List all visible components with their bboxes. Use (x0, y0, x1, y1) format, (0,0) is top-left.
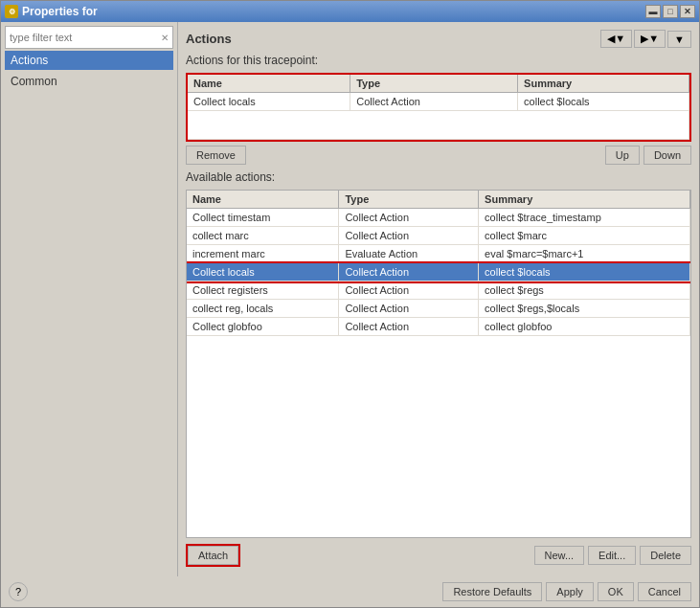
avail-row-3-summary: collect $locals (479, 263, 690, 281)
table-row[interactable]: Collect globfooCollect Actioncollect glo… (187, 318, 690, 336)
help-button[interactable]: ? (9, 582, 28, 601)
restore-defaults-button[interactable]: Restore Defaults (442, 582, 542, 601)
avail-row-5-type: Collect Action (339, 300, 479, 318)
top-table-header-row: Name Type Summary (188, 75, 689, 93)
table-row[interactable]: collect marcCollect Actioncollect $marc (187, 227, 690, 245)
nav-buttons: ◀▼ ▶▼ ▼ (600, 30, 691, 48)
table-row-empty (188, 111, 689, 140)
top-row-0-type: Collect Action (350, 93, 518, 111)
window-title: Properties for (22, 5, 98, 18)
avail-row-1-name: collect marc (187, 227, 339, 245)
maximize-button[interactable]: □ (663, 5, 678, 18)
up-down-group: Up Down (605, 146, 691, 165)
avail-row-2-name: increment marc (187, 245, 339, 263)
top-row-0-name: Collect locals (188, 93, 350, 111)
avail-row-4-type: Collect Action (339, 281, 479, 300)
avail-col-type: Type (339, 191, 479, 209)
table-row[interactable]: Collect locals Collect Action collect $l… (188, 93, 689, 111)
avail-row-4-summary: collect $regs (479, 281, 690, 300)
avail-row-0-name: Collect timestam (187, 209, 339, 227)
titlebar-buttons: ▬ □ ✕ (645, 5, 695, 18)
forward-button[interactable]: ▶▼ (634, 30, 666, 48)
avail-row-3-type: Collect Action (339, 263, 479, 281)
apply-button[interactable]: Apply (546, 582, 594, 601)
attach-button[interactable]: Attach (188, 546, 238, 565)
available-table-header-row: Name Type Summary (187, 191, 690, 209)
sidebar-common-label: Common (11, 75, 57, 88)
help-icon: ? (15, 586, 21, 597)
table-row[interactable]: Collect timestamCollect Actioncollect $t… (187, 209, 690, 227)
avail-row-2-summary: eval $marc=$marc+1 (479, 245, 690, 263)
sidebar-item-common[interactable]: Common (5, 72, 173, 91)
avail-row-3-name: Collect locals (187, 263, 339, 281)
delete-button[interactable]: Delete (640, 546, 691, 565)
avail-col-summary: Summary (479, 191, 690, 209)
ok-button[interactable]: OK (598, 582, 634, 601)
avail-row-6-summary: collect globfoo (479, 318, 690, 336)
table-row[interactable]: Collect registersCollect Actioncollect $… (187, 281, 690, 300)
filter-input[interactable] (10, 32, 157, 43)
avail-row-5-name: collect reg, locals (187, 300, 339, 318)
top-col-type: Type (350, 75, 518, 93)
remove-button[interactable]: Remove (186, 146, 246, 165)
table-row[interactable]: increment marcEvaluate Actioneval $marc=… (187, 245, 690, 263)
content-area: ✕ Actions Common Actions ◀▼ ▶▼ ▼ Actions (1, 22, 699, 576)
available-table-wrapper: Name Type Summary Collect timestamCollec… (186, 190, 691, 538)
top-table: Name Type Summary Collect locals Collect… (188, 75, 689, 140)
window-icon-symbol: ⚙ (9, 8, 15, 16)
avail-row-0-summary: collect $trace_timestamp (479, 209, 690, 227)
close-button[interactable]: ✕ (680, 5, 695, 18)
window-icon: ⚙ (5, 5, 18, 18)
new-edit-delete-group: New... Edit... Delete (534, 546, 692, 565)
minimize-button[interactable]: ▬ (645, 5, 661, 18)
avail-row-6-name: Collect globfoo (187, 318, 339, 336)
top-col-name: Name (188, 75, 350, 93)
new-button[interactable]: New... (534, 546, 585, 565)
table-row[interactable]: Collect localsCollect Actioncollect $loc… (187, 263, 690, 281)
available-actions-row: Attach New... Edit... Delete (186, 542, 691, 569)
main-panel: Actions ◀▼ ▶▼ ▼ Actions for this tracepo… (178, 22, 699, 576)
available-section: Available actions: Name Type Summary Col… (186, 170, 691, 569)
edit-button[interactable]: Edit... (588, 546, 636, 565)
avail-row-0-type: Collect Action (339, 209, 479, 227)
menu-button[interactable]: ▼ (667, 31, 691, 48)
cancel-button[interactable]: Cancel (638, 582, 691, 601)
main-title: Actions (186, 32, 232, 46)
sidebar-actions-label: Actions (11, 54, 48, 67)
avail-row-1-summary: collect $marc (479, 227, 690, 245)
down-button[interactable]: Down (644, 146, 691, 165)
titlebar-left: ⚙ Properties for (5, 5, 98, 18)
top-section-label: Actions for this tracepoint: (186, 54, 691, 67)
footer-left: ? (9, 582, 28, 601)
sidebar: ✕ Actions Common (1, 22, 178, 576)
avail-row-5-summary: collect $regs,$locals (479, 300, 690, 318)
remove-up-down-bar: Remove Up Down (186, 146, 691, 165)
footer: ? Restore Defaults Apply OK Cancel (1, 576, 699, 607)
top-col-summary: Summary (518, 75, 689, 93)
filter-box[interactable]: ✕ (5, 26, 173, 49)
up-button[interactable]: Up (605, 146, 640, 165)
avail-row-4-name: Collect registers (187, 281, 339, 300)
titlebar: ⚙ Properties for ▬ □ ✕ (1, 1, 699, 22)
top-table-wrapper: Name Type Summary Collect locals Collect… (186, 73, 691, 142)
main-header: Actions ◀▼ ▶▼ ▼ (186, 30, 691, 48)
back-button[interactable]: ◀▼ (600, 30, 632, 48)
clear-filter-icon[interactable]: ✕ (161, 33, 169, 43)
avail-row-6-type: Collect Action (339, 318, 479, 336)
top-section: Actions for this tracepoint: Name Type S… (186, 54, 691, 165)
attach-button-wrapper: Attach (186, 544, 240, 567)
footer-right: Restore Defaults Apply OK Cancel (442, 582, 691, 601)
table-row[interactable]: collect reg, localsCollect Actioncollect… (187, 300, 690, 318)
avail-col-name: Name (187, 191, 339, 209)
available-section-label: Available actions: (186, 170, 691, 184)
available-table: Name Type Summary Collect timestamCollec… (187, 191, 690, 336)
properties-window: ⚙ Properties for ▬ □ ✕ ✕ Actions Common (0, 0, 700, 608)
top-row-0-summary: collect $locals (518, 93, 689, 111)
avail-row-2-type: Evaluate Action (339, 245, 479, 263)
avail-row-1-type: Collect Action (339, 227, 479, 245)
sidebar-item-actions[interactable]: Actions (5, 51, 173, 70)
